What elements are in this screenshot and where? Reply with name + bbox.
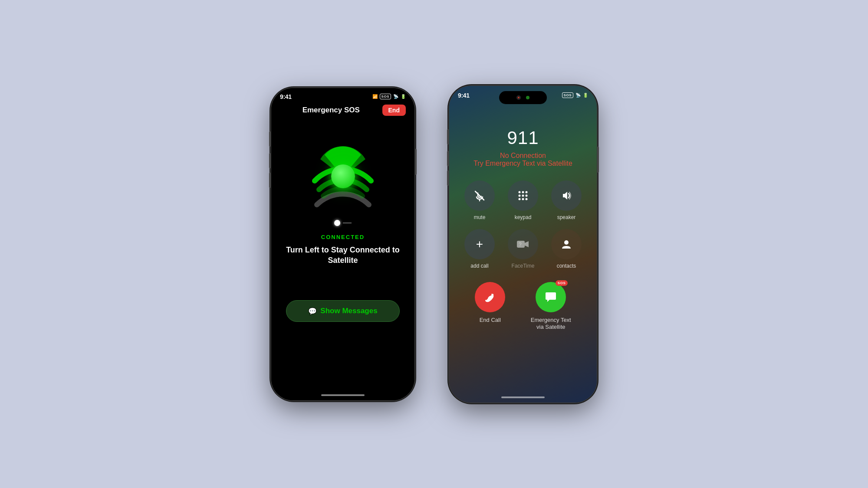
- facetime-circle: ?: [508, 229, 538, 259]
- svg-point-7: [526, 194, 528, 197]
- front-camera: [516, 95, 521, 100]
- mute-button[interactable]: mute: [462, 180, 497, 220]
- keypad-circle: [508, 180, 538, 211]
- contacts-icon: [560, 238, 572, 250]
- satellite-container: CONNECTED Turn Left to Stay Connected to…: [271, 120, 414, 322]
- message-bubble-icon: [544, 291, 557, 303]
- emergency-sos-title: Emergency SOS: [302, 106, 360, 115]
- svg-point-10: [526, 198, 528, 200]
- svg-marker-11: [563, 192, 567, 200]
- mute-icon: [473, 190, 486, 202]
- face-id-dot: [526, 96, 529, 99]
- speaker-icon: [560, 190, 572, 202]
- battery-icon-right: 🔋: [583, 93, 588, 98]
- svg-marker-14: [525, 241, 529, 247]
- show-messages-label: Show Messages: [320, 307, 377, 315]
- connection-instruction: Turn Left to Stay Connected to Satellite: [271, 245, 414, 266]
- sos-badge-right: SOS: [562, 92, 573, 98]
- contacts-label: contacts: [557, 263, 576, 269]
- svg-point-8: [519, 198, 521, 200]
- keypad-icon: [517, 190, 529, 201]
- contacts-circle: [551, 229, 582, 259]
- svg-point-2: [519, 191, 521, 193]
- svg-point-3: [522, 191, 524, 193]
- svg-text:?: ?: [519, 242, 522, 248]
- call-number: 911: [449, 102, 597, 148]
- phone-end-icon: [483, 290, 497, 304]
- facetime-icon: ?: [516, 239, 529, 249]
- battery-icon: 🔋: [401, 94, 406, 99]
- add-call-circle: +: [464, 229, 495, 259]
- svg-point-5: [519, 194, 521, 197]
- add-call-label: add call: [470, 263, 488, 269]
- right-phone: 9:41 SOS 📡 🔋 911 No Connection Try Emerg…: [449, 86, 597, 403]
- facetime-button[interactable]: ? FaceTime: [506, 229, 540, 269]
- right-time: 9:41: [458, 92, 470, 99]
- sos-badge-emergency: SOS: [556, 280, 568, 286]
- speaker-label: speaker: [557, 214, 576, 220]
- dynamic-island: [499, 91, 547, 104]
- keypad-button[interactable]: keypad: [506, 180, 540, 220]
- keypad-label: keypad: [515, 214, 532, 220]
- try-satellite-text: Try Emergency Text via Satellite: [449, 160, 597, 167]
- bottom-actions: End Call SOS Emergency Textvia Satellite: [449, 269, 597, 331]
- svg-point-6: [522, 194, 524, 197]
- left-nav-bar: Emergency SOS End: [271, 103, 414, 120]
- wifi-icon: 📶: [372, 94, 378, 99]
- left-status-bar: 9:41 📶 SOS 📡 🔋: [271, 88, 414, 103]
- mute-label: mute: [474, 214, 486, 220]
- show-messages-button[interactable]: 💬 Show Messages: [286, 300, 399, 322]
- end-call-button[interactable]: End Call: [475, 282, 505, 324]
- right-home-indicator: [501, 396, 545, 398]
- end-call-label: End Call: [480, 317, 501, 324]
- facetime-label: FaceTime: [512, 263, 535, 269]
- call-controls-grid: mute keypad: [449, 167, 597, 269]
- satellite-dot: [331, 164, 355, 188]
- speaker-circle: [551, 180, 582, 211]
- end-call-circle: [475, 282, 505, 312]
- contacts-button[interactable]: contacts: [549, 229, 584, 269]
- left-phone: 9:41 📶 SOS 📡 🔋 Emergency SOS End: [271, 88, 414, 400]
- right-status-icons: SOS 📡 🔋: [562, 92, 588, 98]
- speaker-button[interactable]: speaker: [549, 180, 584, 220]
- end-button[interactable]: End: [382, 105, 406, 116]
- satellite-circle: [295, 129, 391, 224]
- satellite-icon-right: 📡: [575, 93, 581, 98]
- add-icon: +: [476, 238, 483, 250]
- sos-badge-left: SOS: [380, 94, 391, 99]
- svg-point-4: [526, 191, 528, 193]
- connected-status: CONNECTED: [321, 234, 365, 240]
- left-status-icons: 📶 SOS 📡 🔋: [372, 94, 406, 99]
- emergency-text-circle: SOS: [536, 282, 566, 312]
- satellite-icon: 📡: [393, 94, 398, 99]
- mute-circle: [464, 180, 495, 211]
- svg-point-9: [522, 198, 524, 200]
- no-connection-text: No Connection: [449, 152, 597, 160]
- message-icon: 💬: [308, 307, 317, 315]
- svg-point-15: [564, 240, 569, 245]
- emergency-text-label: Emergency Textvia Satellite: [531, 317, 571, 331]
- emergency-text-button[interactable]: SOS Emergency Textvia Satellite: [531, 282, 571, 331]
- left-time: 9:41: [280, 93, 292, 100]
- add-call-button[interactable]: + add call: [462, 229, 497, 269]
- left-home-indicator: [321, 394, 365, 396]
